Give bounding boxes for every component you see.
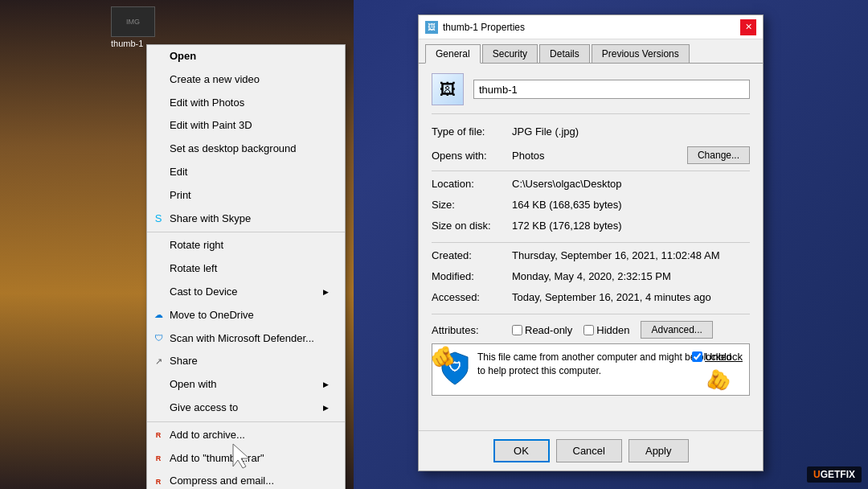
menu-item-cast[interactable]: Cast to Device — [147, 281, 345, 304]
separator-2 — [147, 421, 345, 422]
hidden-label: Hidden — [596, 324, 629, 336]
dialog-buttons: OK Cancel Apply — [419, 430, 763, 471]
attributes-row: Attributes: Read-only Hidden Advanced... — [432, 321, 750, 339]
created-label: Created: — [432, 249, 512, 265]
accessed-value: Today, September 16, 2021, 4 minutes ago — [512, 291, 750, 307]
defender-icon: 🛡 — [152, 332, 165, 345]
type-of-file-row: Type of file: JPG File (.jpg) — [432, 125, 750, 142]
menu-item-open[interactable]: Open — [147, 45, 345, 68]
menu-item-rotate-left[interactable]: Rotate left — [147, 257, 345, 281]
modified-label: Modified: — [432, 270, 512, 286]
attributes-label: Attributes: — [432, 324, 512, 336]
divider-1 — [432, 171, 750, 171]
watermark-rest: GETFIX — [821, 469, 855, 480]
skype-icon: S — [152, 212, 165, 225]
watermark: UGETFIX — [807, 466, 862, 483]
tab-details[interactable]: Details — [539, 44, 590, 63]
location-value: C:\Users\olgac\Desktop — [512, 178, 750, 194]
thumbnail-image: IMG — [111, 6, 155, 37]
file-icon: 🖼 — [432, 73, 464, 105]
dialog-title-icon: 🖼 — [425, 21, 438, 34]
hidden-checkbox[interactable] — [583, 325, 594, 335]
menu-item-add-archive[interactable]: R Add to archive... — [147, 424, 345, 447]
menu-item-rotate-right[interactable]: Rotate right — [147, 234, 345, 257]
unblock-checkbox-group: Unblock 🫵 — [692, 351, 743, 392]
file-name-input[interactable] — [473, 80, 750, 99]
divider-3 — [432, 314, 750, 314]
readonly-checkbox-group: Read-only — [512, 324, 572, 336]
created-row: Created: Thursday, September 16, 2021, 1… — [432, 249, 750, 265]
advanced-button[interactable]: Advanced... — [641, 321, 712, 339]
separator-1 — [147, 232, 345, 232]
accessed-row: Accessed: Today, September 16, 2021, 4 m… — [432, 291, 750, 307]
readonly-checkbox[interactable] — [512, 325, 522, 335]
location-row: Location: C:\Users\olgac\Desktop — [432, 178, 750, 194]
size-label: Size: — [432, 199, 512, 215]
menu-item-compress-email[interactable]: R Compress and email... — [147, 470, 345, 489]
dialog-tabs: General Security Details Previous Versio… — [419, 39, 763, 64]
accessed-label: Accessed: — [432, 291, 512, 307]
menu-item-edit-photos[interactable]: Edit with Photos — [147, 92, 345, 115]
change-button[interactable]: Change... — [687, 146, 750, 164]
unblock-label: Unblock — [705, 351, 743, 363]
apply-button[interactable]: Apply — [628, 439, 689, 462]
dialog-content: 🖼 Type of file: JPG File (.jpg) Opens wi… — [419, 64, 763, 430]
dialog-title-text: thumb-1 Properties — [443, 22, 735, 33]
menu-item-share[interactable]: ↗ Share — [147, 350, 345, 373]
menu-item-give-access[interactable]: Give access to — [147, 397, 345, 420]
menu-item-defender[interactable]: 🛡 Scan with Microsoft Defender... — [147, 327, 345, 351]
opens-with-value: Photos — [512, 150, 687, 162]
size-on-disk-row: Size on disk: 172 KB (176,128 bytes) — [432, 220, 750, 236]
unblock-checkbox[interactable] — [692, 351, 702, 362]
share-icon: ↗ — [152, 355, 165, 368]
opens-with-row: Opens with: Photos Change... — [432, 146, 750, 164]
created-value: Thursday, September 16, 2021, 11:02:48 A… — [512, 249, 750, 265]
menu-item-edit[interactable]: Edit — [147, 161, 345, 184]
ok-button[interactable]: OK — [493, 439, 550, 462]
menu-item-share-skype[interactable]: S Share with Skype — [147, 208, 345, 231]
thumbnail-label: thumb-1 — [111, 39, 143, 48]
modified-row: Modified: Monday, May 4, 2020, 2:32:15 P… — [432, 270, 750, 286]
dialog-titlebar: 🖼 thumb-1 Properties ✕ — [419, 15, 763, 39]
onedrive-icon: ☁ — [152, 309, 165, 322]
menu-item-add-rar[interactable]: R Add to "thumb-1.rar" — [147, 447, 345, 471]
watermark-u: U — [813, 469, 821, 480]
modified-value: Monday, May 4, 2020, 2:32:15 PM — [512, 270, 750, 286]
menu-item-set-bg[interactable]: Set as desktop background — [147, 138, 345, 161]
opens-with-label: Opens with: — [432, 150, 512, 162]
security-shield-icon: 🛡 — [440, 351, 469, 386]
size-value: 164 KB (168,635 bytes) — [512, 199, 750, 215]
file-header: 🖼 — [432, 73, 750, 114]
type-of-file-value: JPG File (.jpg) — [512, 125, 750, 142]
menu-item-edit-paint3d[interactable]: Edit with Paint 3D — [147, 114, 345, 138]
svg-text:🛡: 🛡 — [448, 360, 461, 374]
location-label: Location: — [432, 178, 512, 194]
menu-item-onedrive[interactable]: ☁ Move to OneDrive — [147, 304, 345, 327]
rar-icon-2: R — [152, 452, 165, 465]
tab-general[interactable]: General — [425, 44, 481, 64]
rar-icon-1: R — [152, 429, 165, 442]
size-on-disk-value: 172 KB (176,128 bytes) — [512, 220, 750, 236]
size-on-disk-label: Size on disk: — [432, 220, 512, 236]
divider-2 — [432, 242, 750, 243]
security-notice-box: 🛡 🫵 This file came from another computer… — [432, 343, 750, 396]
tab-security[interactable]: Security — [482, 44, 538, 63]
cancel-button[interactable]: Cancel — [556, 439, 622, 462]
properties-dialog: 🖼 thumb-1 Properties ✕ General Security … — [418, 14, 764, 471]
hand-cursor-right: 🫵 — [702, 364, 733, 395]
type-of-file-label: Type of file: — [432, 125, 512, 142]
hidden-checkbox-group: Hidden — [583, 324, 629, 336]
readonly-label: Read-only — [525, 324, 572, 336]
size-row: Size: 164 KB (168,635 bytes) — [432, 199, 750, 215]
context-menu: Open Create a new video Edit with Photos… — [146, 44, 346, 489]
menu-item-open-with[interactable]: Open with — [147, 373, 345, 397]
menu-item-print[interactable]: Print — [147, 184, 345, 208]
rar-icon-3: R — [152, 475, 165, 488]
tab-previous-versions[interactable]: Previous Versions — [592, 44, 690, 63]
attributes-checkboxes: Read-only Hidden Advanced... — [512, 321, 713, 339]
menu-item-create-video[interactable]: Create a new video — [147, 68, 345, 92]
close-button[interactable]: ✕ — [740, 19, 756, 35]
